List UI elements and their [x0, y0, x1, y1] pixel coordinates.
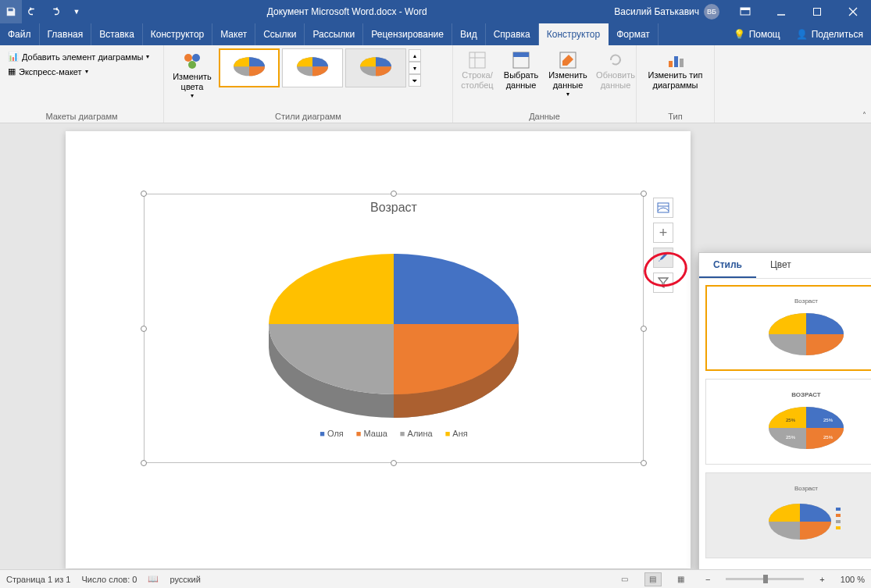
legend-item: Оля — [319, 429, 344, 438]
status-bar: Страница 1 из 1 Число слов: 0 📖 русский … — [0, 569, 871, 588]
style-option-3[interactable]: Возраст — [705, 472, 871, 558]
pie-chart[interactable] — [145, 215, 643, 418]
svg-rect-1 — [741, 8, 750, 10]
chart-legend[interactable]: Оля Маша Алина Аня — [145, 418, 643, 438]
flyout-tab-color[interactable]: Цвет — [756, 253, 805, 278]
share-button[interactable]: 👤Поделиться — [788, 23, 871, 45]
chart-style-gallery: ▴ ▾ ⏷ — [219, 48, 421, 87]
collapse-ribbon-button[interactable]: ˄ — [862, 111, 866, 119]
tab-mailings[interactable]: Рассылки — [305, 23, 363, 45]
zoom-thumb[interactable] — [763, 575, 768, 583]
resize-handle[interactable] — [141, 191, 147, 197]
resize-handle[interactable] — [641, 460, 647, 466]
zoom-in-button[interactable]: + — [815, 575, 829, 584]
resize-handle[interactable] — [641, 191, 647, 197]
tell-me-button[interactable]: 💡Помощ — [726, 23, 788, 45]
view-read-button[interactable]: ▭ — [616, 572, 634, 586]
select-data-button[interactable]: Выбрать данные — [500, 48, 542, 92]
title-bar: ▼ Документ Microsoft Word.docx - Word Ва… — [0, 0, 871, 23]
layout-options-button[interactable] — [653, 198, 673, 218]
gallery-more-button[interactable]: ⏷ — [409, 74, 421, 87]
chart-styles-button[interactable] — [653, 248, 673, 268]
svg-rect-3 — [814, 9, 821, 16]
tab-help[interactable]: Справка — [486, 23, 539, 45]
window-title: Документ Microsoft Word.docx - Word — [87, 6, 606, 17]
ribbon-display-button[interactable] — [727, 0, 763, 23]
ribbon: 📊Добавить элемент диаграммы▾ ▦Экспресс-м… — [0, 45, 871, 123]
chart-object[interactable]: Возраст Оля Маша Алина Аня — [144, 194, 644, 463]
edit-data-button[interactable]: Изменить данные▾ — [545, 48, 591, 100]
flyout-style-list[interactable]: Возраст ВОЗРАСТ 25%25%25%25% Возраст — [699, 279, 871, 569]
undo-button[interactable] — [22, 0, 44, 23]
tab-insert[interactable]: Вставка — [91, 23, 143, 45]
quick-layout-button[interactable]: ▦Экспресс-макет▾ — [5, 65, 91, 78]
save-button[interactable] — [0, 0, 22, 23]
resize-handle[interactable] — [141, 460, 147, 466]
switch-icon — [467, 50, 487, 70]
gallery-up-button[interactable]: ▴ — [409, 49, 421, 62]
status-language[interactable]: русский — [170, 575, 200, 584]
change-colors-button[interactable]: Изменить цвета▾ — [169, 48, 216, 102]
document-page[interactable]: Возраст Оля Маша Алина Аня — [66, 131, 691, 568]
flyout-tab-style[interactable]: Стиль — [699, 253, 756, 278]
chart-style-1[interactable] — [219, 48, 280, 87]
zoom-out-button[interactable]: − — [701, 575, 715, 584]
svg-rect-30 — [836, 508, 841, 511]
user-avatar: ВБ — [704, 4, 719, 20]
colors-icon — [181, 50, 203, 72]
chart-title[interactable]: Возраст — [145, 194, 643, 215]
close-button[interactable] — [835, 0, 871, 23]
svg-rect-32 — [836, 520, 841, 523]
tab-layout[interactable]: Макет — [212, 23, 255, 45]
svg-rect-19 — [674, 56, 678, 67]
minimize-button[interactable] — [763, 0, 799, 23]
view-web-button[interactable]: ▦ — [673, 572, 690, 586]
tab-file[interactable]: Файл — [0, 23, 40, 45]
tab-references[interactable]: Ссылки — [255, 23, 305, 45]
group-data: Строка/ столбец Выбрать данные Изменить … — [453, 45, 637, 123]
gallery-spinner: ▴ ▾ ⏷ — [409, 49, 421, 87]
gallery-down-button[interactable]: ▾ — [409, 62, 421, 74]
zoom-level[interactable]: 100 % — [841, 575, 865, 584]
resize-handle[interactable] — [141, 326, 147, 332]
user-account[interactable]: Василий Батькавич ВБ — [606, 4, 727, 20]
svg-rect-20 — [680, 59, 684, 67]
chart-style-2[interactable] — [282, 48, 343, 87]
tab-chart-design[interactable]: Конструктор — [539, 23, 609, 45]
chart-style-3[interactable] — [345, 48, 406, 87]
tab-design[interactable]: Конструктор — [143, 23, 212, 45]
svg-rect-33 — [836, 526, 841, 529]
zoom-slider[interactable] — [726, 578, 804, 580]
svg-text:25%: 25% — [786, 418, 796, 422]
status-page[interactable]: Страница 1 из 1 — [6, 575, 70, 584]
chart-elements-button[interactable]: + — [653, 223, 673, 243]
qat-more-button[interactable]: ▼ — [66, 0, 87, 23]
svg-point-7 — [192, 54, 200, 62]
tab-home[interactable]: Главная — [40, 23, 92, 45]
user-name: Василий Батькавич — [614, 6, 699, 17]
tab-review[interactable]: Рецензирование — [363, 23, 452, 45]
chart-filters-button[interactable] — [653, 273, 673, 293]
maximize-button[interactable] — [799, 0, 835, 23]
resize-handle[interactable] — [391, 191, 397, 197]
tab-chart-format[interactable]: Формат — [609, 23, 659, 45]
tab-view[interactable]: Вид — [452, 23, 486, 45]
resize-handle[interactable] — [391, 460, 397, 466]
funnel-icon — [658, 277, 669, 288]
style-option-2[interactable]: ВОЗРАСТ 25%25%25%25% — [705, 379, 871, 465]
group-label: Тип — [641, 110, 709, 121]
add-chart-element-button[interactable]: 📊Добавить элемент диаграммы▾ — [5, 50, 152, 63]
resize-handle[interactable] — [641, 326, 647, 332]
redo-button[interactable] — [44, 0, 66, 23]
svg-text:25%: 25% — [823, 435, 834, 440]
legend-item: Маша — [356, 429, 387, 438]
proofing-icon[interactable]: 📖 — [148, 574, 159, 584]
style-option-1[interactable]: Возраст — [705, 285, 871, 371]
group-label: Данные — [458, 110, 631, 121]
ribbon-tabs: Файл Главная Вставка Конструктор Макет С… — [0, 23, 871, 45]
svg-point-8 — [188, 61, 196, 69]
brush-icon — [657, 251, 669, 264]
change-chart-type-button[interactable]: Изменить тип диаграммы — [641, 48, 709, 92]
status-words[interactable]: Число слов: 0 — [81, 575, 137, 584]
view-print-button[interactable]: ▤ — [644, 572, 662, 586]
